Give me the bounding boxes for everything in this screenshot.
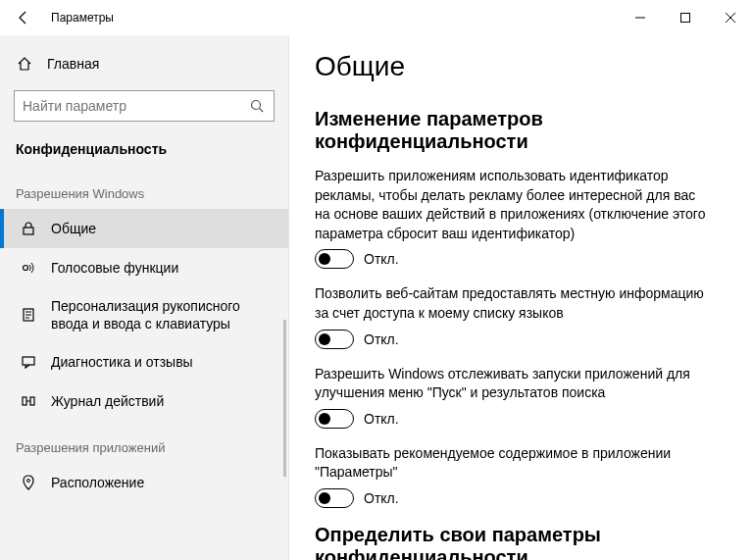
nav-item-diagnostics[interactable]: Диагностика и отзывы	[0, 342, 288, 382]
speech-icon	[20, 259, 37, 277]
svg-point-14	[27, 480, 30, 483]
section-heading-know-privacy: Определить свои параметры конфиденциальн…	[315, 524, 714, 560]
toggle-state-label: Откл.	[364, 331, 399, 347]
toggle-state-label: Откл.	[364, 490, 399, 506]
nav-label: Журнал действий	[51, 392, 273, 410]
window-title: Параметры	[51, 11, 114, 25]
toggle-app-launches[interactable]	[315, 409, 354, 429]
svg-rect-1	[681, 14, 690, 23]
section-header-windows-permissions: Разрешения Windows	[0, 167, 288, 209]
close-button[interactable]	[708, 0, 753, 35]
search-box[interactable]	[14, 90, 275, 122]
nav-item-inking[interactable]: Персонализация рукописного ввода и ввода…	[0, 287, 288, 342]
feedback-icon	[20, 353, 37, 371]
setting-description: Позволить веб-сайтам предоставлять местн…	[315, 284, 714, 323]
nav-label: Персонализация рукописного ввода и ввода…	[51, 297, 273, 332]
category-label: Конфиденциальность	[0, 127, 288, 167]
back-button[interactable]	[12, 11, 35, 25]
toggle-suggested-content[interactable]	[315, 488, 354, 508]
nav-label: Общие	[51, 220, 273, 237]
svg-point-2	[252, 101, 261, 110]
nav-item-activity-history[interactable]: Журнал действий	[0, 382, 288, 421]
lock-icon	[20, 220, 37, 237]
setting-description: Разрешить приложениям использовать идент…	[315, 167, 714, 243]
section-heading-privacy-options: Изменение параметров конфиденциальности	[315, 108, 714, 153]
setting-description: Разрешить Windows отслеживать запуски пр…	[315, 365, 714, 403]
setting-app-launches: Разрешить Windows отслеживать запуски пр…	[315, 365, 714, 429]
svg-rect-11	[23, 397, 26, 405]
setting-description: Показывать рекомендуемое содержимое в пр…	[315, 444, 714, 483]
page-title: Общие	[315, 51, 714, 82]
section-header-app-permissions: Разрешения приложений	[0, 421, 288, 463]
svg-line-3	[260, 109, 264, 113]
setting-suggested-content: Показывать рекомендуемое содержимое в пр…	[315, 444, 714, 508]
activity-history-icon	[20, 392, 37, 410]
nav-label: Голосовые функции	[51, 259, 273, 277]
nav-item-location[interactable]: Расположение	[0, 463, 288, 502]
toggle-advertising-id[interactable]	[315, 249, 354, 269]
toggle-state-label: Откл.	[364, 251, 399, 267]
svg-point-5	[24, 266, 28, 271]
minimize-button[interactable]	[618, 0, 663, 35]
search-icon	[248, 97, 266, 115]
nav-label: Расположение	[51, 474, 273, 491]
setting-advertising-id: Разрешить приложениям использовать идент…	[315, 167, 714, 269]
svg-rect-4	[24, 228, 33, 234]
search-input[interactable]	[23, 98, 248, 114]
nav-item-speech[interactable]: Голосовые функции	[0, 248, 288, 287]
titlebar: Параметры	[0, 0, 753, 35]
sidebar: Главная Конфиденциальность Разрешения Wi…	[0, 35, 289, 560]
clipboard-icon	[20, 306, 37, 324]
home-button[interactable]: Главная	[0, 47, 288, 80]
home-icon	[16, 55, 33, 73]
toggle-state-label: Откл.	[364, 411, 399, 427]
main-content: Общие Изменение параметров конфиденциаль…	[289, 35, 753, 560]
location-icon	[20, 474, 37, 491]
maximize-button[interactable]	[663, 0, 708, 35]
svg-rect-12	[30, 397, 34, 405]
svg-rect-10	[23, 357, 34, 365]
toggle-language-list[interactable]	[315, 330, 354, 349]
home-label: Главная	[47, 56, 99, 72]
nav-label: Диагностика и отзывы	[51, 353, 273, 371]
nav-item-general[interactable]: Общие	[0, 209, 288, 248]
scrollbar-thumb[interactable]	[283, 320, 286, 477]
setting-language-list: Позволить веб-сайтам предоставлять местн…	[315, 284, 714, 348]
